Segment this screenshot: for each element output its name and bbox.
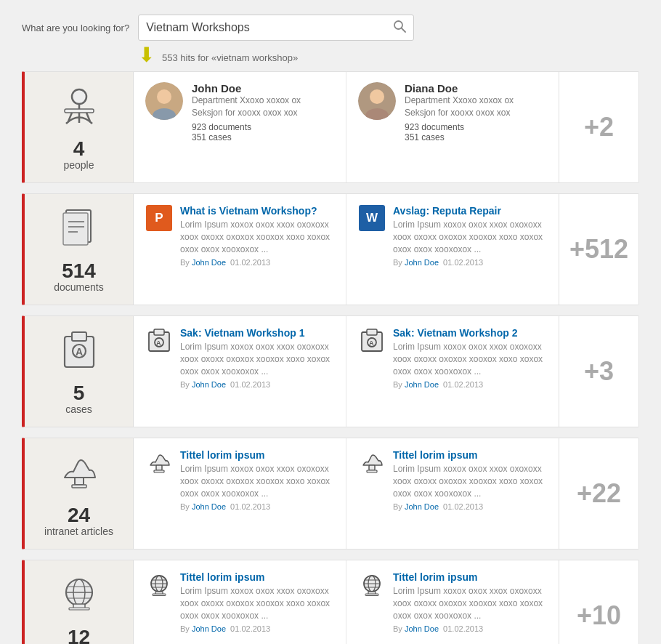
doc-author[interactable]: John Doe bbox=[192, 258, 226, 267]
down-arrow-icon: ⬇ bbox=[138, 45, 155, 65]
svg-rect-18 bbox=[63, 213, 88, 245]
svg-point-9 bbox=[157, 89, 171, 104]
doc-title[interactable]: Tittel lorim ipsum bbox=[393, 571, 477, 583]
doc-title[interactable]: Tittel lorim ipsum bbox=[180, 571, 264, 583]
doc-excerpt: Lorim Ipsum xoxox oxox xxox oxoxoxx xoox… bbox=[180, 219, 334, 255]
cat-left-cases: A 5 cases bbox=[25, 316, 134, 427]
result-item: W Avslag: Reputa Repair Lorim Ipsum xoxo… bbox=[346, 194, 559, 305]
doc-result: Tittel lorim ipsum Lorim Ipsum xoxox oxo… bbox=[358, 448, 547, 511]
doc-title[interactable]: What is Vietnam Workshop? bbox=[180, 205, 317, 217]
person-name[interactable]: John Doe bbox=[192, 82, 301, 94]
doc-type-icon: A bbox=[358, 326, 386, 354]
cat-results-cases: A Sak: Vietnam Workshop 1 Lorim Ipsum xo… bbox=[134, 316, 559, 427]
svg-rect-47 bbox=[69, 608, 89, 610]
doc-author[interactable]: John Doe bbox=[192, 502, 226, 511]
cat-label-documents: documents bbox=[54, 281, 103, 293]
doc-type-icon: W bbox=[358, 204, 386, 232]
cat-more-cases[interactable]: +3 bbox=[559, 316, 638, 427]
doc-info: Tittel lorim ipsum Lorim Ipsum xoxox oxo… bbox=[180, 448, 334, 511]
svg-text:A: A bbox=[156, 339, 161, 347]
svg-rect-39 bbox=[367, 470, 377, 472]
category-row-documents: 514 documents P What is Vietnam Workshop… bbox=[22, 193, 639, 305]
doc-meta: By John Doe 01.02.2013 bbox=[393, 624, 547, 633]
doc-title[interactable]: Tittel lorim ipsum bbox=[180, 449, 264, 461]
doc-meta: By John Doe 01.02.2013 bbox=[180, 258, 334, 267]
result-item: John Doe Department Xxoxo xoxox oxSeksjo… bbox=[134, 72, 346, 182]
result-item: Diana Doe Department Xxoxo xoxox oxSeksj… bbox=[346, 72, 559, 182]
cat-results-documents: P What is Vietnam Workshop? Lorim Ipsum … bbox=[134, 194, 559, 305]
svg-point-12 bbox=[370, 89, 384, 104]
category-row-intranet: 24 intranet articles Tittel lorim ipsum … bbox=[22, 438, 639, 550]
results-container: 4 people John Doe Department Xxoxo xoxox… bbox=[22, 71, 639, 644]
doc-info: Tittel lorim ipsum Lorim Ipsum xoxox oxo… bbox=[180, 571, 334, 633]
doc-excerpt: Lorim Ipsum xoxox oxox xxox oxoxoxx xoox… bbox=[393, 585, 547, 621]
doc-title[interactable]: Avslag: Reputa Repair bbox=[393, 205, 501, 217]
doc-meta: By John Doe 01.02.2013 bbox=[393, 502, 547, 511]
svg-point-2 bbox=[72, 89, 86, 104]
person-dept: Department Xxoxo xoxox oxSeksjon for xoo… bbox=[192, 94, 301, 119]
cat-left-people: 4 people bbox=[25, 72, 134, 182]
search-input[interactable] bbox=[146, 21, 387, 34]
doc-meta: By John Doe 01.02.2013 bbox=[180, 380, 334, 389]
doc-author[interactable]: John Doe bbox=[405, 502, 439, 511]
cat-label-cases: cases bbox=[65, 403, 92, 415]
doc-meta: By John Doe 01.02.2013 bbox=[393, 258, 547, 267]
hits-text: 553 hits for «vietnam workshop» bbox=[162, 52, 298, 63]
person-icon bbox=[57, 84, 101, 133]
category-row-cases: A 5 cases A Sak: Vietnam Workshop 1 Lori… bbox=[22, 315, 639, 427]
avatar bbox=[358, 82, 396, 120]
person-info: Diana Doe Department Xxoxo xoxox oxSeksj… bbox=[405, 82, 514, 142]
cat-more-documents[interactable]: +512 bbox=[559, 194, 638, 305]
result-item: A Sak: Vietnam Workshop 2 Lorim Ipsum xo… bbox=[346, 316, 559, 427]
result-item: Tittel lorim ipsum Lorim Ipsum xoxox oxo… bbox=[346, 560, 559, 644]
svg-text:A: A bbox=[76, 346, 83, 358]
megaphone-icon bbox=[57, 450, 101, 499]
doc-author[interactable]: John Doe bbox=[405, 258, 439, 267]
doc-author[interactable]: John Doe bbox=[405, 624, 439, 633]
person-info: John Doe Department Xxoxo xoxox oxSeksjo… bbox=[192, 82, 301, 142]
cat-label-people: people bbox=[63, 159, 94, 171]
doc-meta: By John Doe 01.02.2013 bbox=[180, 502, 334, 511]
svg-rect-3 bbox=[65, 109, 94, 113]
svg-rect-35 bbox=[72, 485, 86, 488]
doc-excerpt: Lorim Ipsum xoxox oxox xxox oxoxoxx xoox… bbox=[393, 341, 547, 377]
doc-author[interactable]: John Doe bbox=[405, 380, 439, 389]
doc-title[interactable]: Tittel lorim ipsum bbox=[393, 449, 477, 461]
doc-result: Tittel lorim ipsum Lorim Ipsum xoxox oxo… bbox=[145, 571, 334, 633]
svg-rect-34 bbox=[75, 478, 84, 485]
doc-result: Tittel lorim ipsum Lorim Ipsum xoxox oxo… bbox=[358, 571, 547, 633]
svg-rect-37 bbox=[154, 470, 164, 472]
doc-type-icon bbox=[145, 448, 173, 476]
doc-author[interactable]: John Doe bbox=[192, 380, 226, 389]
person-docs: 923 documents351 cases bbox=[405, 122, 514, 142]
document-icon bbox=[57, 206, 101, 255]
cat-more-people[interactable]: +2 bbox=[559, 72, 638, 182]
svg-rect-36 bbox=[156, 465, 162, 470]
cat-count-intranet: 24 bbox=[68, 505, 90, 526]
globe-icon bbox=[57, 572, 101, 621]
doc-excerpt: Lorim Ipsum xoxox oxox xxox oxoxoxx xoox… bbox=[180, 341, 334, 377]
cat-more-intranet[interactable]: +22 bbox=[559, 438, 638, 549]
doc-excerpt: Lorim Ipsum xoxox oxox xxox oxoxoxx xoox… bbox=[393, 219, 547, 255]
doc-result: W Avslag: Reputa Repair Lorim Ipsum xoxo… bbox=[358, 204, 547, 267]
doc-type-icon bbox=[145, 571, 173, 598]
category-row-website: 12 from website Tittel lorim ipsum Lorim… bbox=[22, 560, 639, 644]
search-icon[interactable] bbox=[393, 20, 406, 36]
doc-excerpt: Lorim Ipsum xoxox oxox xxox oxoxoxx xoox… bbox=[180, 585, 334, 621]
doc-info: Avslag: Reputa Repair Lorim Ipsum xoxox … bbox=[393, 204, 547, 267]
person-name[interactable]: Diana Doe bbox=[405, 82, 514, 94]
result-item: Tittel lorim ipsum Lorim Ipsum xoxox oxo… bbox=[346, 438, 559, 549]
doc-author[interactable]: John Doe bbox=[192, 624, 226, 633]
svg-rect-61 bbox=[365, 594, 378, 596]
result-item: Tittel lorim ipsum Lorim Ipsum xoxox oxo… bbox=[134, 560, 346, 644]
doc-info: Sak: Vietnam Workshop 2 Lorim Ipsum xoxo… bbox=[393, 326, 547, 389]
person-result: John Doe Department Xxoxo xoxox oxSeksjo… bbox=[145, 82, 334, 142]
result-item: P What is Vietnam Workshop? Lorim Ipsum … bbox=[134, 194, 346, 305]
cat-more-website[interactable]: +10 bbox=[559, 560, 638, 644]
doc-title[interactable]: Sak: Vietnam Workshop 2 bbox=[393, 327, 517, 339]
doc-type-icon bbox=[358, 571, 386, 598]
doc-title[interactable]: Sak: Vietnam Workshop 1 bbox=[180, 327, 304, 339]
cat-left-intranet: 24 intranet articles bbox=[25, 438, 134, 549]
result-item: A Sak: Vietnam Workshop 1 Lorim Ipsum xo… bbox=[134, 316, 346, 427]
person-docs: 923 documents351 cases bbox=[192, 122, 301, 142]
